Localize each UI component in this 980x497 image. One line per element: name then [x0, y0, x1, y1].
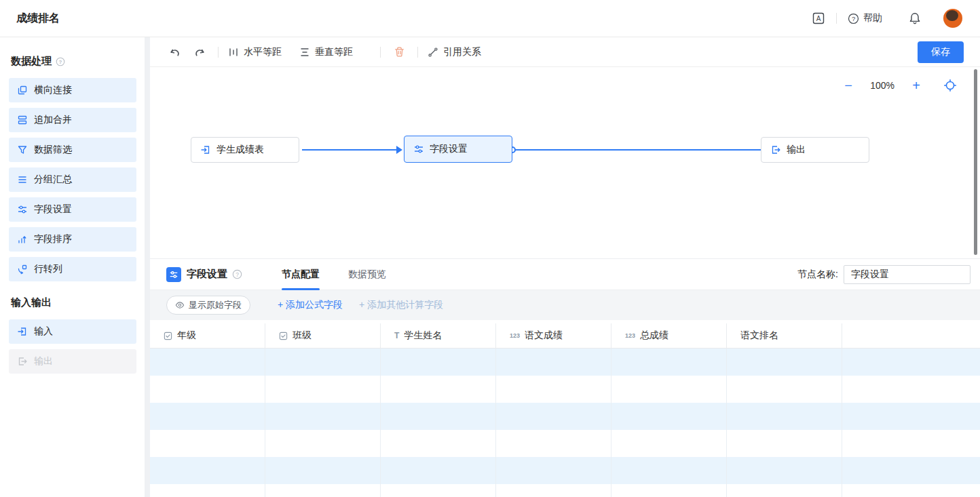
zoom-out-button[interactable]: − [842, 79, 855, 92]
column-header-empty [842, 323, 980, 348]
sidebar-item-group-summarize[interactable]: 分组汇总 [9, 167, 136, 192]
connection-arrow-icon [396, 146, 402, 154]
sidebar-item-list: 输入 输出 [9, 319, 136, 374]
sidebar-item-append-merge[interactable]: 追加合并 [9, 108, 136, 132]
table-row [150, 376, 980, 403]
table-cell [727, 403, 842, 430]
node-output[interactable]: 输出 [761, 137, 869, 163]
table-cell [496, 430, 611, 457]
redo-button[interactable] [191, 43, 208, 61]
table-cell [727, 484, 842, 497]
group-summary-icon [17, 174, 28, 185]
column-header-total-score[interactable]: 123 总成绩 [611, 323, 727, 348]
flow-canvas[interactable]: − 100% + 学生成绩表 [150, 67, 980, 258]
field-sort-icon [17, 234, 28, 245]
save-button[interactable]: 保存 [918, 41, 964, 63]
undo-button[interactable] [166, 43, 184, 61]
table-cell [381, 457, 496, 484]
sidebar-gutter [145, 37, 150, 497]
node-field-settings[interactable]: 字段设置 [404, 136, 512, 163]
column-header-chinese-score[interactable]: 123 语文成绩 [496, 323, 611, 348]
panel-title: 字段设置 [187, 268, 227, 281]
connection-line [515, 149, 761, 151]
sidebar-section-title-input-output: 输入输出 [11, 296, 136, 309]
table-cell [150, 430, 265, 457]
distribute-vertical-button[interactable]: 垂直等距 [299, 46, 353, 58]
show-original-fields-toggle[interactable]: 显示原始字段 [166, 296, 250, 315]
help-button[interactable]: ? 帮助 [848, 12, 882, 24]
table-cell [496, 484, 611, 497]
toolbar-divider [218, 47, 219, 58]
delete-node-button[interactable] [390, 43, 408, 61]
notification-bell-icon[interactable] [908, 12, 922, 25]
section-title-label: 数据处理 [11, 55, 52, 68]
node-name-input[interactable] [844, 265, 970, 284]
table-cell [150, 403, 265, 430]
text-field-type-icon: T [394, 331, 399, 340]
distribute-horizontal-icon [228, 47, 239, 58]
table-cell [611, 484, 727, 497]
sidebar-item-label: 行转列 [34, 263, 62, 275]
canvas-toolbar: 水平等距 垂直等距 引用关系 [150, 37, 980, 67]
join-tables-icon [17, 85, 28, 96]
column-header-student-name[interactable]: T 学生姓名 [381, 323, 496, 348]
table-cell [265, 484, 381, 497]
append-merge-icon [17, 115, 28, 125]
language-switch-icon[interactable]: A [812, 12, 825, 25]
eye-icon [175, 300, 185, 310]
node-name-label: 节点名称: [797, 269, 838, 281]
table-row [150, 403, 980, 430]
field-settings-node-icon [413, 144, 424, 155]
number-field-type-icon: 123 [625, 332, 635, 339]
zoom-in-button[interactable]: + [909, 79, 923, 92]
section-title-label: 输入输出 [11, 296, 52, 309]
avatar[interactable] [943, 9, 962, 28]
sidebar-item-output: 输出 [9, 349, 136, 374]
tab-data-preview[interactable]: 数据预览 [348, 258, 386, 290]
distribute-vertical-label: 垂直等距 [315, 46, 353, 58]
filter-icon [17, 144, 28, 155]
table-cell [611, 457, 727, 484]
table-cell [381, 376, 496, 403]
sidebar-item-list: 横向连接 追加合并 数据筛选 [9, 78, 136, 281]
reference-relation-button[interactable]: 引用关系 [428, 46, 481, 58]
sidebar-item-field-sort[interactable]: 字段排序 [9, 227, 136, 252]
sidebar-section-title-data-processing: 数据处理 ? [11, 55, 136, 68]
vertical-scrollbar[interactable] [974, 69, 977, 255]
table-cell [496, 376, 611, 403]
column-header-class[interactable]: 班级 [265, 323, 381, 348]
add-formula-field-button[interactable]: + 添加公式字段 [278, 299, 343, 311]
help-circle-icon[interactable]: ? [56, 57, 65, 66]
table-cell [611, 403, 727, 430]
sidebar-item-label: 数据筛选 [34, 144, 72, 156]
toolbar-divider [417, 47, 418, 58]
sidebar-item-label: 横向连接 [34, 84, 72, 96]
distribute-horizontal-button[interactable]: 水平等距 [228, 46, 282, 58]
sidebar-item-horizontal-join[interactable]: 横向连接 [9, 78, 136, 102]
column-header-grade[interactable]: 年级 [150, 323, 265, 348]
sidebar-item-data-filter[interactable]: 数据筛选 [9, 138, 136, 162]
reference-relation-icon [428, 47, 438, 58]
panel-header: 字段设置 ? 节点配置 数据预览 节点名称: [150, 258, 980, 290]
locate-target-icon[interactable] [943, 79, 957, 92]
table-cell [727, 457, 842, 484]
table-cell [150, 376, 265, 403]
table-row [150, 484, 980, 497]
app-window: 成绩排名 A ? 帮助 [0, 0, 980, 497]
panel-tabs: 节点配置 数据预览 [282, 258, 386, 290]
column-header-chinese-rank[interactable]: 语文排名 [727, 323, 842, 348]
help-circle-icon[interactable]: ? [232, 269, 242, 279]
node-label: 学生成绩表 [216, 144, 264, 156]
table-cell [727, 376, 842, 403]
sidebar-item-input[interactable]: 输入 [9, 319, 136, 344]
tab-node-config[interactable]: 节点配置 [282, 258, 320, 290]
table-cell [265, 430, 381, 457]
sidebar-item-row-to-column[interactable]: 行转列 [9, 257, 136, 281]
sidebar: 数据处理 ? 横向连接 [0, 37, 145, 497]
node-student-score-table[interactable]: 学生成绩表 [191, 137, 299, 163]
transpose-icon [17, 264, 28, 275]
sidebar-item-field-settings[interactable]: 字段设置 [9, 197, 136, 222]
node-label: 输出 [787, 144, 806, 156]
table-cell [611, 376, 727, 403]
page-title: 成绩排名 [16, 12, 60, 26]
